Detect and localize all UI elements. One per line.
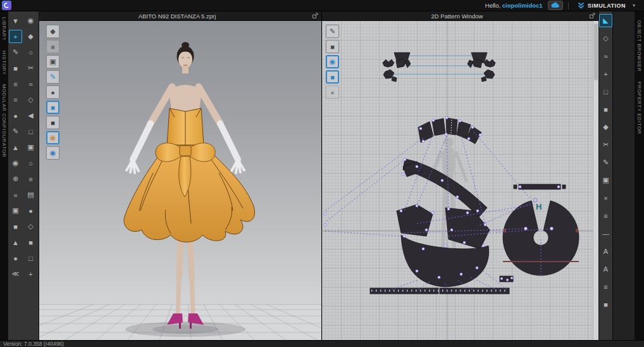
- left-main-toolbar: ▼◉+◆✎○■✂≡≈=◇●◀✎□▲▣◉○⊕≡«▤▣●■◇▲■●□≪+: [8, 11, 39, 340]
- pattern-info-icon[interactable]: ◉: [326, 55, 339, 68]
- garment-fit-icon[interactable]: ▣: [46, 55, 59, 68]
- measure-2d-tool[interactable]: ≡: [599, 209, 612, 222]
- pen-2d-icon[interactable]: ✎: [326, 25, 339, 38]
- show-garment-icon[interactable]: ■: [46, 40, 59, 53]
- texture-editor-tool[interactable]: ◇: [24, 220, 37, 233]
- simulate-tool[interactable]: ▼: [9, 14, 22, 27]
- text-tool[interactable]: A: [599, 262, 612, 275]
- right-hand: [232, 160, 244, 173]
- world-globe-icon[interactable]: ◉: [46, 146, 59, 160]
- transform-pattern-tool[interactable]: ◣: [599, 14, 612, 27]
- tab-history[interactable]: HISTORY: [1, 51, 7, 75]
- wrinkle-brush-tool[interactable]: ✎: [9, 125, 22, 138]
- 3d-window-title-bar[interactable]: ABITO N92 DISTANZA 5.zprj: [39, 11, 321, 21]
- pressure-points-tool[interactable]: ●: [24, 204, 37, 217]
- fit-map-tool[interactable]: ▣: [9, 204, 22, 217]
- grading-tool[interactable]: ▣: [24, 141, 37, 154]
- button-tool[interactable]: ◉: [9, 156, 22, 170]
- 2d-viewport-toolbar: ✎■◉■●: [326, 25, 339, 99]
- buttonhole-tool[interactable]: ○: [24, 156, 37, 170]
- gradient-swatch-2-tool[interactable]: □: [24, 251, 37, 265]
- clo-logo-icon: [2, 1, 11, 10]
- notch-tool[interactable]: ×: [599, 191, 612, 205]
- tape-ruler-tool[interactable]: ―: [599, 227, 612, 240]
- attach-button-tool[interactable]: ⊕: [9, 172, 22, 186]
- show-avatar-icon[interactable]: ●: [46, 85, 59, 99]
- left-hand: [127, 160, 139, 173]
- dart-tool[interactable]: ◆: [599, 120, 612, 134]
- simulation-mode-button[interactable]: SIMULATION ▾: [574, 1, 639, 9]
- caret-down-icon[interactable]: ▾: [629, 3, 635, 8]
- pen-3d-tool[interactable]: ✎: [9, 46, 22, 59]
- swap-garment-tool[interactable]: ◇: [24, 93, 37, 106]
- avatar-mini-tool[interactable]: ●: [9, 251, 22, 265]
- cloud-sync-button[interactable]: [548, 1, 563, 10]
- edit-pattern-tool[interactable]: ◇: [599, 32, 612, 45]
- avatar-editor-icon[interactable]: ◉: [46, 131, 59, 144]
- polygon-pattern-tool[interactable]: □: [599, 85, 612, 98]
- 2d-pattern-scene: H: [322, 21, 598, 340]
- dress-3d[interactable]: [124, 108, 255, 242]
- pattern-pieces[interactable]: [370, 53, 579, 294]
- tab-modular-configurator[interactable]: MODULAR CONFIGURATOR: [1, 84, 7, 158]
- measure-tape-tool[interactable]: «: [9, 188, 22, 201]
- right-main-toolbar: ◣◇≈+□■◆✂✎▣×≡―AA≡■: [598, 11, 612, 340]
- lock-pattern-icon[interactable]: ●: [326, 85, 339, 99]
- popout-icon[interactable]: [589, 13, 595, 19]
- 2d-viewport[interactable]: ✎■◉■●: [322, 21, 598, 340]
- fold-arrangement-tool[interactable]: ◀: [24, 109, 37, 122]
- fabric-swatch-tool[interactable]: ■: [9, 220, 22, 233]
- avatar-neck: [182, 66, 189, 73]
- popout-icon[interactable]: [312, 13, 318, 19]
- hem-strip-right[interactable]: [440, 288, 509, 294]
- 3d-scene: [39, 21, 321, 340]
- select-move-tool[interactable]: +: [9, 30, 22, 43]
- glove-pattern-cluster-left[interactable]: [383, 59, 411, 82]
- pin-tool[interactable]: ●: [9, 109, 22, 122]
- sewing-machine-tool[interactable]: ≡: [9, 77, 22, 91]
- add-point-tool[interactable]: +: [599, 67, 612, 80]
- waistband-strip[interactable]: [519, 184, 560, 189]
- seam-cut-tool[interactable]: ✂: [599, 138, 612, 151]
- pleats-tool[interactable]: ≡: [599, 280, 612, 293]
- gradient-swatch-tool[interactable]: ■: [24, 236, 37, 249]
- animation-tool[interactable]: ◉: [24, 14, 37, 27]
- fabric-panel-2d-icon[interactable]: ■: [326, 70, 339, 84]
- tack-on-avatar-tool[interactable]: ▲: [9, 141, 22, 154]
- tab-object-browser[interactable]: OBJECT BROWSER: [636, 20, 642, 72]
- trace-tool[interactable]: ✎: [599, 156, 612, 169]
- edit-sewing-3d-tool[interactable]: ✂: [24, 61, 37, 75]
- glove-pattern-cluster-right[interactable]: [468, 59, 495, 82]
- pattern-annotation-tool[interactable]: A: [599, 244, 612, 258]
- fabric-panel-icon[interactable]: ■: [46, 101, 59, 114]
- collapse-toolbar-chevrons[interactable]: ≪: [9, 267, 22, 281]
- zipper-tool[interactable]: ≡: [24, 172, 37, 186]
- rectangle-pattern-tool[interactable]: ■: [599, 103, 612, 116]
- show-garment-2d-icon[interactable]: ■: [326, 40, 339, 53]
- mode-label: SIMULATION: [588, 3, 626, 9]
- lasso-select-tool[interactable]: ○: [24, 46, 37, 59]
- avatar-3d[interactable]: [124, 42, 255, 329]
- edit-curvature-tool[interactable]: ≈: [599, 49, 612, 63]
- seam-allowance-tool[interactable]: ▣: [599, 174, 612, 187]
- garment-display-tool[interactable]: ■: [9, 61, 22, 75]
- tab-property-editor[interactable]: PROPERTY EDITOR: [636, 82, 642, 134]
- measurement-chart-tool[interactable]: ▤: [24, 188, 37, 201]
- circle-skirt-pattern[interactable]: [503, 201, 579, 275]
- username-link[interactable]: ciopolimidoc1: [502, 2, 543, 9]
- dark-fabric-panel-icon[interactable]: ■: [46, 116, 59, 129]
- render-style-icon[interactable]: ◆: [46, 25, 59, 38]
- paint-brush-icon[interactable]: ✎: [46, 70, 59, 84]
- flatten-tool[interactable]: □: [24, 125, 37, 138]
- segment-sewing-tool[interactable]: =: [9, 93, 22, 106]
- tab-library[interactable]: LIBRARY: [1, 17, 7, 41]
- 2d-scrollbar[interactable]: [593, 21, 598, 340]
- free-sewing-3d-tool[interactable]: ≈: [24, 77, 37, 91]
- 3d-viewport[interactable]: ◆■▣✎●■■◉◉: [39, 21, 321, 340]
- needle-detail-tool[interactable]: +: [24, 267, 37, 281]
- 2d-window-title-bar[interactable]: 2D Pattern Window: [322, 11, 598, 21]
- avatar-size-tool[interactable]: ▲: [9, 236, 22, 249]
- 3d-garment-window: ABITO N92 DISTANZA 5.zprj ◆■▣✎●■■◉◉: [39, 11, 322, 340]
- fabric-strip-tool[interactable]: ■: [599, 298, 612, 311]
- select-gizmo-tool[interactable]: ◆: [24, 30, 37, 43]
